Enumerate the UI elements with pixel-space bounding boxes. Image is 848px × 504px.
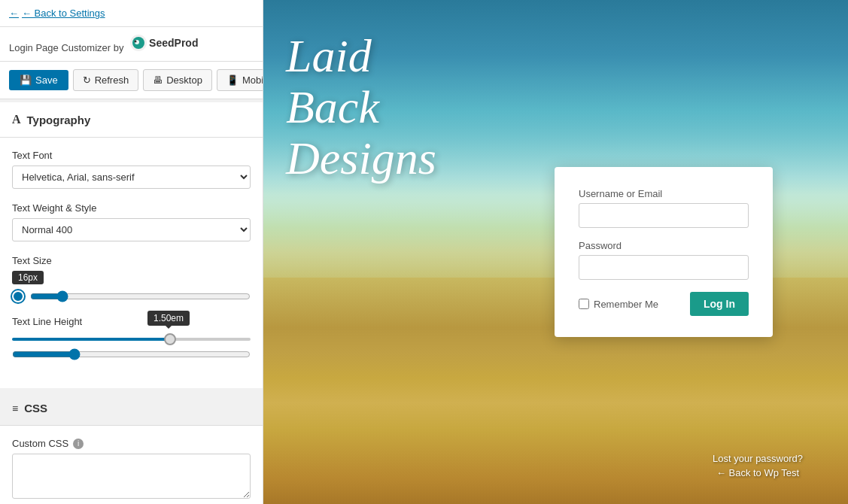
line-height-slider-row (12, 333, 251, 345)
password-input[interactable] (579, 255, 749, 280)
svg-point-3 (135, 41, 137, 43)
typography-section-header: A Typography (0, 99, 263, 138)
line-height-slider-handle[interactable] (164, 333, 176, 345)
save-button[interactable]: 💾 Save (9, 70, 68, 90)
text-size-slider-thumb (12, 290, 24, 302)
lost-password-link[interactable]: Lost your password? (713, 453, 803, 464)
desktop-button[interactable]: 🖶 Desktop (143, 69, 212, 91)
custom-css-textarea[interactable] (12, 454, 251, 499)
typography-panel-content: Text Font Helvetica, Arial, sans-serif G… (0, 138, 263, 388)
text-line-height-label: Text Line Height (12, 316, 251, 327)
text-weight-group: Text Weight & Style Normal 400 Bold 700 … (12, 202, 251, 241)
save-icon: 💾 (20, 74, 32, 86)
css-icon: ≡ (12, 402, 18, 414)
custom-css-label-row: Custom CSS i (12, 438, 251, 449)
toolbar: 💾 Save ↻ Refresh 🖶 Desktop 📱 Mobile (0, 62, 263, 99)
branding-bar: Login Page Customizer by SeedProd (0, 27, 263, 62)
remember-me-checkbox[interactable] (579, 299, 589, 309)
back-to-settings-label: ← Back to Settings (22, 8, 105, 19)
text-size-slider[interactable] (30, 290, 251, 302)
text-line-height-group: Text Line Height 1.50em (12, 316, 251, 363)
preview-bottom-links: Lost your password? ← Back to Wp Test (713, 453, 803, 481)
preview-title: Laid Back Designs (286, 30, 436, 184)
line-height-filled-track (12, 338, 170, 341)
text-font-select[interactable]: Helvetica, Arial, sans-serif Georgia, se… (12, 165, 251, 189)
text-weight-label: Text Weight & Style (12, 202, 251, 214)
text-font-label: Text Font (12, 150, 251, 161)
back-to-wp-test-link[interactable]: ← Back to Wp Test (713, 467, 803, 478)
back-arrow-icon: ← (9, 8, 19, 19)
password-label: Password (579, 240, 749, 251)
remember-me-label[interactable]: Remember Me (579, 299, 658, 310)
preview-panel: Laid Back Designs Username or Email Pass… (263, 0, 848, 504)
line-height-empty-track (170, 338, 251, 341)
desktop-icon: 🖶 (153, 74, 163, 86)
seedprod-icon (130, 35, 147, 51)
text-font-group: Text Font Helvetica, Arial, sans-serif G… (12, 150, 251, 189)
css-section-header: ≡ CSS (0, 388, 263, 426)
refresh-button[interactable]: ↻ Refresh (73, 69, 139, 91)
line-height-slider[interactable] (12, 348, 251, 360)
text-size-group: Text Size 16px (12, 255, 251, 302)
left-panel: ← ← Back to Settings Login Page Customiz… (0, 0, 263, 504)
branding-text: Login Page Customizer by SeedProd (9, 35, 198, 53)
preview-title-line3: Designs (286, 132, 436, 184)
preview-title-line2: Back (286, 81, 436, 132)
line-height-tooltip: 1.50em (147, 311, 190, 326)
login-button[interactable]: Log In (690, 292, 749, 316)
typography-icon: A (12, 113, 21, 126)
back-to-settings-link[interactable]: ← ← Back to Settings (0, 0, 263, 27)
preview-title-line1: Laid (286, 30, 436, 81)
mobile-icon: 📱 (226, 74, 239, 86)
text-size-badge: 16px (12, 271, 44, 284)
css-panel-content: Custom CSS i (0, 426, 263, 504)
text-size-slider-container (12, 290, 251, 302)
username-label: Username or Email (579, 188, 749, 199)
text-size-label: Text Size (12, 255, 251, 266)
text-line-height-slider-container: 1.50em (12, 333, 251, 363)
text-weight-select[interactable]: Normal 400 Bold 700 Light 300 Italic 400 (12, 218, 251, 241)
refresh-icon: ↻ (83, 74, 91, 86)
custom-css-info-icon[interactable]: i (73, 439, 84, 449)
login-card: Username or Email Password Remember Me L… (555, 167, 773, 337)
login-actions-row: Remember Me Log In (579, 292, 749, 316)
username-input[interactable] (579, 203, 749, 228)
mobile-button[interactable]: 📱 Mobile (217, 69, 263, 91)
seedprod-logo: SeedProd (130, 35, 198, 51)
